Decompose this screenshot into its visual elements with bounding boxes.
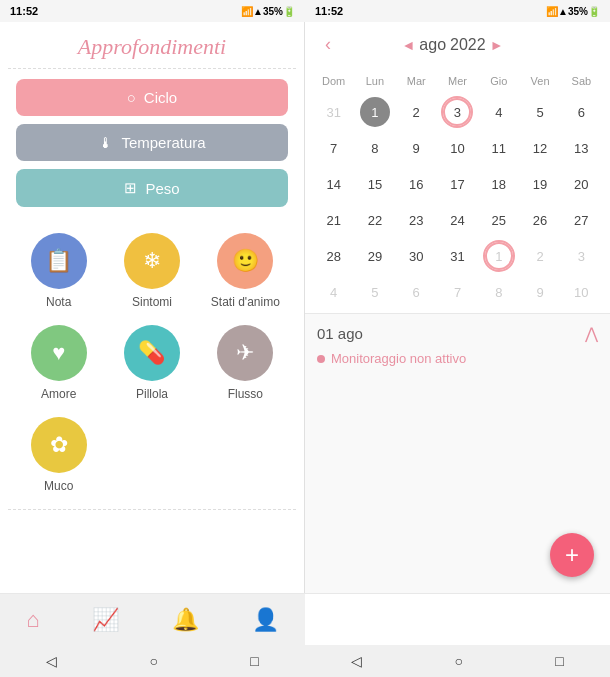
- calendar-cell[interactable]: 5: [519, 95, 560, 129]
- calendar-cell[interactable]: 2: [396, 95, 437, 129]
- next-month-button[interactable]: ►: [490, 37, 504, 53]
- calendar-cell[interactable]: 11: [478, 131, 519, 165]
- calendar-day-names: Dom Lun Mar Mer Gio Ven Sab: [313, 71, 602, 91]
- peso-button[interactable]: ⊞ Peso: [16, 169, 288, 207]
- muco-label: Muco: [44, 479, 73, 493]
- calendar-cell[interactable]: 31: [313, 95, 354, 129]
- calendar-cell[interactable]: 7: [437, 275, 478, 309]
- signal-icons-left: 📶▲35%🔋: [241, 6, 295, 17]
- calendar-cell[interactable]: 24: [437, 203, 478, 237]
- calendar-weeks: 3112345678910111213141516171819202122232…: [313, 95, 602, 309]
- nota-icon: 📋: [31, 233, 87, 289]
- calendar-cell[interactable]: 6: [561, 95, 602, 129]
- calendar-cell[interactable]: 13: [561, 131, 602, 165]
- calendar-month: ago: [419, 36, 446, 54]
- amore-item[interactable]: ♥ Amore: [20, 325, 97, 401]
- calendar-cell[interactable]: 10: [437, 131, 478, 165]
- calendar-cell[interactable]: 1: [360, 97, 390, 127]
- calendar-cell[interactable]: 22: [354, 203, 395, 237]
- calendar-cell[interactable]: 8: [478, 275, 519, 309]
- calendar-cell[interactable]: 29: [354, 239, 395, 273]
- sintomi-icon: ❄: [124, 233, 180, 289]
- stati-label: Stati d'animo: [211, 295, 280, 309]
- stati-item[interactable]: 🙂 Stati d'animo: [207, 233, 284, 309]
- calendar-cell[interactable]: 3: [561, 239, 602, 273]
- calendar-cell[interactable]: 25: [478, 203, 519, 237]
- android-back-right[interactable]: ◁: [351, 653, 362, 669]
- calendar-week: 28293031123: [313, 239, 602, 273]
- day-name-lun: Lun: [354, 71, 395, 91]
- calendar-cell[interactable]: 17: [437, 167, 478, 201]
- calendar-header: ‹ ◄ ago 2022 ►: [305, 22, 610, 67]
- calendar-cell[interactable]: 14: [313, 167, 354, 201]
- day-name-sab: Sab: [561, 71, 602, 91]
- calendar-cell[interactable]: 18: [478, 167, 519, 201]
- left-android-nav: ◁ ○ □: [0, 645, 305, 677]
- calendar-cell[interactable]: 15: [354, 167, 395, 201]
- calendar-cell[interactable]: 2: [519, 239, 560, 273]
- calendar-cell[interactable]: 16: [396, 167, 437, 201]
- selected-date: 01 ago: [317, 325, 363, 342]
- temperatura-button[interactable]: 🌡 Temperatura: [16, 124, 288, 161]
- nav-profile[interactable]: 👤: [244, 599, 287, 641]
- pillola-label: Pillola: [136, 387, 168, 401]
- flusso-item[interactable]: ✈ Flusso: [207, 325, 284, 401]
- flusso-icon: ✈: [217, 325, 273, 381]
- calendar-cell[interactable]: 10: [561, 275, 602, 309]
- sintomi-label: Sintomi: [132, 295, 172, 309]
- collapse-icon[interactable]: ⋀: [585, 324, 598, 343]
- calendar-cell[interactable]: 1: [478, 239, 519, 273]
- calendar-week: 78910111213: [313, 131, 602, 165]
- calendar-cell[interactable]: 8: [354, 131, 395, 165]
- bottom-nav-row: ⌂ 📈 🔔 👤: [0, 593, 610, 645]
- amore-icon: ♥: [31, 325, 87, 381]
- fab-button[interactable]: +: [550, 533, 594, 577]
- calendar-cell[interactable]: 19: [519, 167, 560, 201]
- pillola-icon: 💊: [124, 325, 180, 381]
- back-arrow[interactable]: ‹: [317, 30, 339, 59]
- android-back[interactable]: ◁: [46, 653, 57, 669]
- calendar-cell[interactable]: 30: [396, 239, 437, 273]
- nav-bell[interactable]: 🔔: [164, 599, 207, 641]
- calendar-cell[interactable]: 20: [561, 167, 602, 201]
- prev-month-button[interactable]: ◄: [401, 37, 415, 53]
- pillola-item[interactable]: 💊 Pillola: [113, 325, 190, 401]
- calendar-cell[interactable]: 31: [437, 239, 478, 273]
- calendar-cell[interactable]: 9: [519, 275, 560, 309]
- calendar-week: 31123456: [313, 95, 602, 129]
- calendar-cell[interactable]: 12: [519, 131, 560, 165]
- calendar-cell[interactable]: 6: [396, 275, 437, 309]
- calendar-cell[interactable]: 9: [396, 131, 437, 165]
- right-panel: ‹ ◄ ago 2022 ► Dom Lun Mar Mer Gio Ven S…: [305, 22, 610, 593]
- calendar-cell[interactable]: 28: [313, 239, 354, 273]
- time-left: 11:52: [10, 5, 38, 17]
- calendar-cell[interactable]: 5: [354, 275, 395, 309]
- calendar-cell[interactable]: 3: [437, 95, 478, 129]
- calendar-cell[interactable]: 26: [519, 203, 560, 237]
- nav-home[interactable]: ⌂: [18, 599, 47, 641]
- calendar-week: 14151617181920: [313, 167, 602, 201]
- nota-item[interactable]: 📋 Nota: [20, 233, 97, 309]
- sintomi-item[interactable]: ❄ Sintomi: [113, 233, 190, 309]
- calendar-cell[interactable]: 4: [313, 275, 354, 309]
- ciclo-button[interactable]: ○ Ciclo: [16, 79, 288, 116]
- ciclo-icon: ○: [127, 89, 136, 106]
- android-nav-row: ◁ ○ □ ◁ ○ □: [0, 645, 610, 677]
- calendar-cell[interactable]: 21: [313, 203, 354, 237]
- nav-chart[interactable]: 📈: [84, 599, 127, 641]
- calendar-cell[interactable]: 23: [396, 203, 437, 237]
- monitoring-status: Monitoraggio non attivo: [317, 351, 598, 366]
- android-home-right[interactable]: ○: [455, 653, 463, 669]
- calendar-grid: Dom Lun Mar Mer Gio Ven Sab 311234567891…: [305, 67, 610, 313]
- android-recent[interactable]: □: [250, 653, 258, 669]
- android-recent-right[interactable]: □: [555, 653, 563, 669]
- day-name-mar: Mar: [396, 71, 437, 91]
- calendar-year: 2022: [450, 36, 486, 54]
- android-home[interactable]: ○: [150, 653, 158, 669]
- stati-icon: 🙂: [217, 233, 273, 289]
- calendar-cell[interactable]: 4: [478, 95, 519, 129]
- calendar-cell[interactable]: 7: [313, 131, 354, 165]
- muco-item[interactable]: ✿ Muco: [20, 417, 97, 493]
- calendar-cell[interactable]: 27: [561, 203, 602, 237]
- nota-label: Nota: [46, 295, 71, 309]
